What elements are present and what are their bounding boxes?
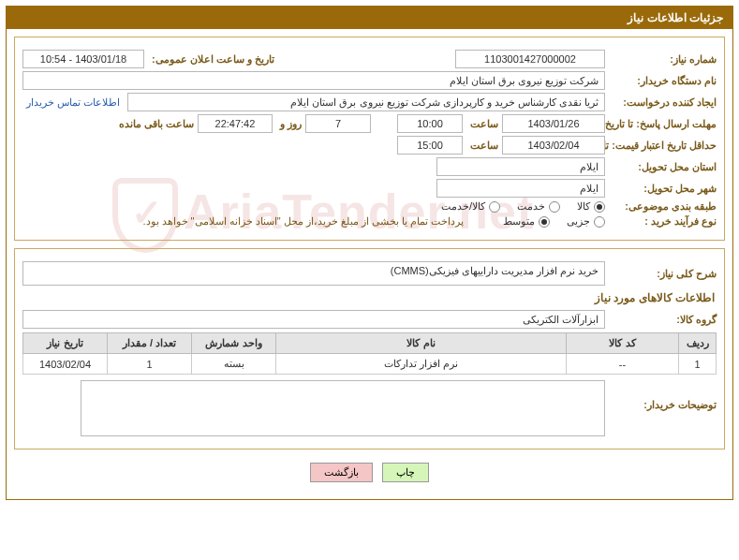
details-panel: جزئیات اطلاعات نیاز شماره نیاز: 11030014… (6, 6, 733, 500)
th-qty: تعداد / مقدار (108, 333, 192, 354)
radio-icon (594, 216, 605, 228)
buyer-org-value: شرکت توزیع نیروی برق استان ایلام (22, 71, 605, 90)
days-and-label: روز و (276, 118, 302, 130)
general-desc-value: خرید نرم افزار مدیریت داراییهای فیزیکی(C… (22, 261, 605, 286)
goods-group-label: گروه کالا: (609, 314, 717, 326)
category-goods-service-text: کالا/خدمت (441, 200, 485, 213)
process-partial-text: جزیی (567, 215, 590, 228)
process-medium-radio[interactable]: متوسط (503, 215, 550, 228)
cell-date: 1403/02/04 (23, 354, 108, 375)
panel-title: جزئیات اطلاعات نیاز (7, 7, 732, 29)
response-deadline-label: مهلت ارسال پاسخ: تا تاریخ: (609, 118, 717, 130)
announce-datetime-label: تاریخ و ساعت اعلان عمومی: (148, 53, 274, 66)
radio-icon (489, 201, 500, 213)
category-goods-text: کالا (577, 200, 590, 213)
need-number-label: شماره نیاز: (609, 53, 717, 66)
th-row: ردیف (679, 333, 717, 354)
creator-label: ایجاد کننده درخواست: (609, 96, 717, 109)
delivery-province-label: استان محل تحویل: (609, 161, 717, 173)
category-service-radio[interactable]: خدمت (517, 200, 560, 213)
goods-table: ردیف کد کالا نام کالا واحد شمارش تعداد /… (22, 332, 717, 375)
buyer-contact-link[interactable]: اطلاعات تماس خریدار (22, 96, 124, 109)
response-date-value: 1403/01/26 (502, 114, 605, 133)
cell-qty: 1 (108, 354, 192, 375)
process-medium-text: متوسط (503, 215, 535, 228)
announce-datetime-value: 1403/01/18 - 10:54 (22, 50, 144, 68)
countdown-value: 22:47:42 (198, 114, 273, 133)
payment-note: پرداخت تمام یا بخشی از مبلغ خرید،از محل … (142, 215, 464, 228)
radio-icon (539, 216, 550, 228)
need-number-value: 1103001427000002 (455, 50, 605, 68)
category-goods-service-radio[interactable]: کالا/خدمت (441, 200, 500, 213)
th-code: کد کالا (567, 333, 679, 354)
time-remaining-label: ساعت باقی مانده (115, 118, 194, 130)
general-desc-label: شرح کلی نیاز: (609, 268, 717, 280)
days-remaining-value: 7 (305, 114, 371, 133)
response-time-value: 10:00 (397, 114, 463, 133)
category-service-text: خدمت (517, 200, 545, 213)
hour-label-1: ساعت (466, 118, 498, 130)
cell-name: نرم افزار تدارکات (276, 354, 567, 375)
buyer-org-label: نام دستگاه خریدار: (609, 75, 717, 87)
category-goods-radio[interactable]: کالا (577, 200, 605, 213)
th-date: تاریخ نیاز (23, 333, 108, 354)
buyer-notes-label: توضیحات خریدار: (609, 380, 717, 411)
table-row: 1 -- نرم افزار تدارکات بسته 1 1403/02/04 (23, 354, 717, 375)
button-bar: چاپ بازگشت (14, 457, 725, 492)
details-fieldset: شرح کلی نیاز: خرید نرم افزار مدیریت دارا… (14, 248, 725, 449)
cell-code: -- (567, 354, 679, 375)
print-button[interactable]: چاپ (382, 463, 429, 482)
cell-unit: بسته (192, 354, 276, 375)
buyer-notes-field[interactable] (81, 380, 605, 436)
cell-row: 1 (679, 354, 717, 375)
back-button[interactable]: بازگشت (310, 463, 373, 482)
main-fieldset: شماره نیاز: 1103001427000002 تاریخ و ساع… (14, 37, 725, 241)
th-unit: واحد شمارش (192, 333, 276, 354)
process-label: نوع فرآیند خرید : (609, 215, 717, 228)
price-validity-date-value: 1403/02/04 (502, 136, 605, 155)
th-name: نام کالا (276, 333, 567, 354)
radio-icon (549, 201, 560, 213)
radio-icon (594, 201, 605, 213)
price-validity-label: حداقل تاریخ اعتبار قیمت: تا تاریخ: (609, 140, 717, 152)
goods-group-value: ابزارآلات الکتریکی (22, 310, 605, 329)
category-label: طبقه بندی موضوعی: (609, 200, 717, 213)
delivery-province-value: ایلام (436, 157, 605, 176)
process-partial-radio[interactable]: جزیی (567, 215, 605, 228)
creator-value: ثریا نقدی کارشناس خرید و کارپردازی شرکت … (127, 93, 605, 111)
goods-info-title: اطلاعات کالاهای مورد نیاز (24, 291, 715, 304)
price-validity-time-value: 15:00 (397, 136, 463, 155)
delivery-city-value: ایلام (436, 179, 605, 198)
delivery-city-label: شهر محل تحویل: (609, 183, 717, 195)
hour-label-2: ساعت (466, 140, 498, 152)
